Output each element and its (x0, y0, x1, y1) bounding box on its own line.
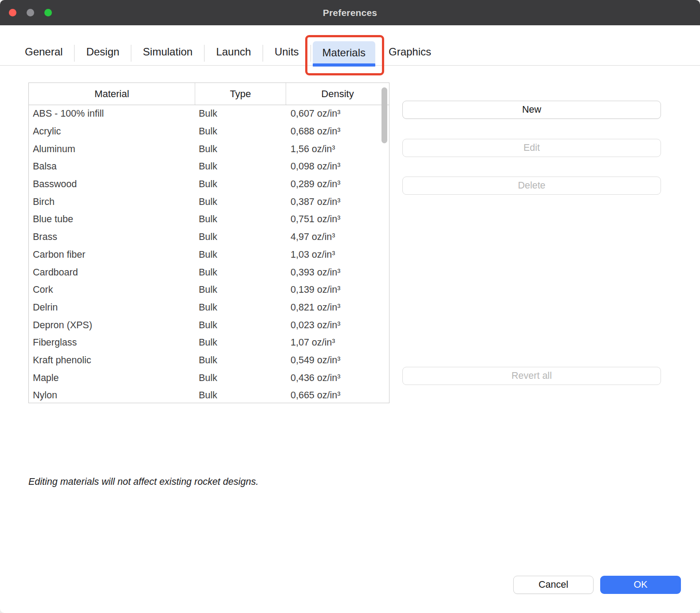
table-cell: Bulk (195, 373, 286, 384)
table-cell: Bulk (195, 302, 286, 313)
table-cell: Bulk (195, 214, 286, 225)
titlebar: Preferences (0, 0, 700, 25)
table-cell: Brass (29, 232, 195, 243)
table-cell: 0,751 oz/in³ (286, 214, 389, 225)
table-row[interactable]: CardboardBulk0,393 oz/in³ (29, 263, 389, 281)
table-cell: 4,97 oz/in³ (286, 232, 389, 243)
materials-note: Editing materials will not affect existi… (28, 476, 259, 487)
table-row[interactable]: Kraft phenolicBulk0,549 oz/in³ (29, 352, 389, 369)
table-cell: 1,03 oz/in³ (286, 249, 389, 260)
table-row[interactable]: AcrylicBulk0,688 oz/in³ (29, 123, 389, 141)
table-row[interactable]: DelrinBulk0,821 oz/in³ (29, 299, 389, 317)
new-button[interactable]: New (402, 101, 661, 119)
zoom-window-icon[interactable] (44, 9, 52, 16)
table-cell: Basswood (29, 179, 195, 190)
table-cell: Aluminum (29, 144, 195, 155)
minimize-window-icon[interactable] (27, 9, 34, 16)
table-cell: 0,289 oz/in³ (286, 179, 389, 190)
column-header-type[interactable]: Type (195, 83, 286, 105)
column-header-density[interactable]: Density (286, 83, 389, 105)
table-cell: Kraft phenolic (29, 355, 195, 366)
table-header-row: Material Type Density (29, 83, 389, 105)
scrollbar-thumb[interactable] (381, 87, 387, 143)
table-row[interactable]: BirchBulk0,387 oz/in³ (29, 193, 389, 211)
materials-table-body: ABS - 100% infillBulk0,607 oz/in³Acrylic… (29, 105, 389, 403)
tab-separator (311, 45, 311, 62)
table-cell: Bulk (195, 232, 286, 243)
tab-simulation[interactable]: Simulation (131, 40, 204, 65)
table-cell: 0,607 oz/in³ (286, 108, 389, 119)
window-controls (9, 0, 52, 25)
table-cell: 0,023 oz/in³ (286, 320, 389, 331)
table-row[interactable]: MapleBulk0,436 oz/in³ (29, 369, 389, 387)
table-row[interactable]: BalsaBulk0,098 oz/in³ (29, 158, 389, 176)
table-cell: Bulk (195, 161, 286, 172)
table-row[interactable]: FiberglassBulk1,07 oz/in³ (29, 334, 389, 352)
table-cell: 0,688 oz/in³ (286, 126, 389, 137)
table-cell: 0,387 oz/in³ (286, 196, 389, 208)
tab-materials[interactable]: Materials (313, 41, 375, 65)
table-row[interactable]: Depron (XPS)Bulk0,023 oz/in³ (29, 316, 389, 334)
table-cell: 0,549 oz/in³ (286, 355, 389, 366)
tab-design[interactable]: Design (75, 40, 131, 65)
table-cell: Delrin (29, 302, 195, 313)
window-title: Preferences (323, 8, 377, 18)
tab-active-underline (313, 63, 375, 67)
table-cell: ABS - 100% infill (29, 108, 195, 119)
table-cell: Bulk (195, 390, 286, 401)
table-cell: Acrylic (29, 126, 195, 137)
table-cell: Cork (29, 284, 195, 295)
table-cell: Bulk (195, 337, 286, 348)
table-cell: Blue tube (29, 214, 195, 225)
table-cell: 0,098 oz/in³ (286, 161, 389, 172)
table-cell: 0,139 oz/in³ (286, 284, 389, 295)
tab-general[interactable]: General (13, 40, 74, 65)
tab-materials-label: Materials (322, 47, 366, 59)
table-cell: Cardboard (29, 267, 195, 278)
edit-button[interactable]: Edit (402, 139, 661, 157)
table-cell: Bulk (195, 144, 286, 155)
table-row[interactable]: Blue tubeBulk0,751 oz/in³ (29, 211, 389, 228)
table-row[interactable]: BrassBulk4,97 oz/in³ (29, 228, 389, 246)
table-row[interactable]: NylonBulk0,665 oz/in³ (29, 387, 389, 403)
table-row[interactable]: AluminumBulk1,56 oz/in³ (29, 140, 389, 158)
revert-all-button[interactable]: Revert all (402, 367, 661, 385)
table-cell: Carbon fiber (29, 249, 195, 260)
ok-button[interactable]: OK (600, 576, 681, 594)
table-cell: Balsa (29, 161, 195, 172)
table-row[interactable]: ABS - 100% infillBulk0,607 oz/in³ (29, 105, 389, 123)
table-cell: 1,07 oz/in³ (286, 337, 389, 348)
table-cell: Bulk (195, 320, 286, 331)
table-cell: Depron (XPS) (29, 320, 195, 331)
table-row[interactable]: Carbon fiberBulk1,03 oz/in³ (29, 246, 389, 264)
table-cell: 1,56 oz/in³ (286, 144, 389, 155)
table-cell: Maple (29, 373, 195, 384)
tab-launch[interactable]: Launch (204, 40, 263, 65)
table-cell: Bulk (195, 126, 286, 137)
table-cell: Bulk (195, 249, 286, 260)
tab-graphics[interactable]: Graphics (377, 40, 443, 65)
table-cell: Bulk (195, 196, 286, 208)
materials-table: Material Type Density ABS - 100% infillB… (28, 83, 389, 403)
table-cell: Bulk (195, 355, 286, 366)
table-row[interactable]: CorkBulk0,139 oz/in³ (29, 281, 389, 299)
table-cell: Birch (29, 196, 195, 208)
table-cell: Bulk (195, 108, 286, 119)
table-cell: Bulk (195, 267, 286, 278)
table-row[interactable]: BasswoodBulk0,289 oz/in³ (29, 176, 389, 193)
table-cell: 0,393 oz/in³ (286, 267, 389, 278)
close-window-icon[interactable] (9, 9, 16, 16)
tab-bar: General Design Simulation Launch Units M… (0, 25, 700, 66)
preferences-window: Preferences General Design Simulation La… (0, 0, 700, 613)
table-cell: Bulk (195, 284, 286, 295)
table-cell: 0,665 oz/in³ (286, 390, 389, 401)
column-header-material[interactable]: Material (29, 83, 195, 105)
delete-button[interactable]: Delete (402, 177, 661, 195)
table-cell: 0,436 oz/in³ (286, 373, 389, 384)
table-cell: Bulk (195, 179, 286, 190)
tab-units[interactable]: Units (263, 40, 311, 65)
table-cell: Nylon (29, 390, 195, 401)
table-cell: 0,821 oz/in³ (286, 302, 389, 313)
cancel-button[interactable]: Cancel (513, 576, 594, 594)
table-cell: Fiberglass (29, 337, 195, 348)
